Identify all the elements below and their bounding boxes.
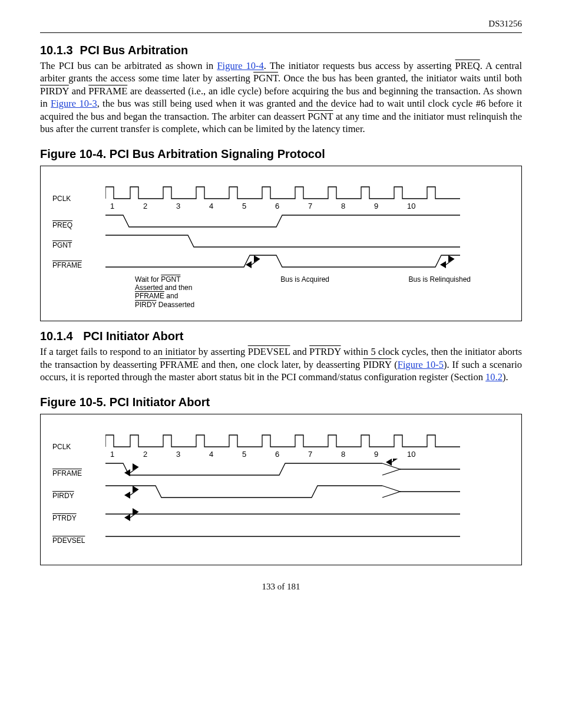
section-heading-arbitration: 10.1.3 PCI Bus Arbitration	[40, 44, 522, 57]
signal-label-pframe-2: PFRAME	[52, 469, 82, 477]
section1-paragraph: The PCI bus can be arbitrated as shown i…	[40, 60, 522, 136]
svg-marker-3	[440, 261, 446, 268]
annot-bus-acquired: Bus is Acquired	[200, 275, 335, 309]
signal-pgnt: PGNT	[253, 73, 278, 84]
link-section-10-2[interactable]: 10.2	[485, 371, 503, 383]
pframe-waveform-2	[105, 459, 471, 481]
pdevsel-waveform	[105, 526, 471, 543]
pclk-waveform	[105, 184, 471, 202]
link-figure-10-3[interactable]: Figure 10-3	[51, 98, 97, 109]
ptrdy-waveform	[105, 503, 471, 526]
figure-10-4-diagram: PCLK 1 2 3 4 5 6 7 8 9 10	[40, 166, 522, 322]
clock-tick-labels: 1 2 3 4 5 6 7 8 9 10	[105, 202, 510, 210]
signal-ptrdy: PTRDY	[309, 346, 340, 357]
section-number: 10.1.3	[40, 44, 77, 57]
pframe-waveform	[105, 251, 471, 273]
signal-pframe: PFRAME	[88, 85, 127, 97]
signal-label-pdevsel-2: PDEVSEL	[52, 536, 85, 545]
signal-label-pframe: PFRAME	[52, 261, 82, 269]
page-header: DS31256	[40, 19, 522, 33]
link-figure-10-4[interactable]: Figure 10-4	[217, 60, 263, 71]
signal-label-pclk-2: PCLK	[52, 432, 105, 451]
signal-label-pclk: PCLK	[52, 184, 105, 203]
section-title: PCI Initiator Abort	[83, 330, 183, 342]
svg-marker-7	[124, 469, 130, 476]
signal-label-preq: PREQ	[52, 221, 72, 229]
signal-pidry: PIDRY	[363, 359, 391, 370]
pclk-waveform-2	[105, 432, 471, 450]
section-heading-initiator-abort: 10.1.4 PCI Initiator Abort	[40, 330, 522, 343]
figure-10-4-caption: Figure 10-4. PCI Bus Arbitration Signali…	[40, 147, 522, 161]
figure-10-5-diagram: PCLK 1 2 3 4 5 6 7 8 9 10	[40, 414, 522, 565]
signal-pdevsel: PDEVSEL	[248, 346, 290, 357]
preq-waveform	[105, 210, 471, 230]
clock-tick-labels-2: 1 2 3 4 5 6 7 8 9 10	[105, 450, 510, 459]
signal-pgnt-2: PGNT	[308, 111, 333, 122]
signal-label-ptrdy-2: PTRDY	[52, 514, 77, 522]
pirdy-waveform	[105, 481, 471, 503]
signal-preq: PREQ	[455, 60, 480, 71]
section-title: PCI Bus Arbitration	[80, 44, 189, 57]
signal-pframe-2: PFRAME	[160, 359, 199, 370]
svg-marker-18	[124, 514, 130, 521]
link-figure-10-5[interactable]: Figure 10-5	[398, 359, 444, 370]
signal-label-pirdy-2: PIRDY	[52, 492, 74, 500]
section-number: 10.1.4	[40, 330, 77, 343]
svg-marker-14	[124, 492, 130, 499]
page-footer: 133 of 181	[40, 582, 522, 592]
signal-pirdy: PIRDY	[40, 85, 69, 97]
section2-paragraph: If a target fails to respond to an initi…	[40, 345, 522, 383]
doc-id: DS31256	[488, 19, 522, 29]
figure-10-5-caption: Figure 10-5. PCI Initiator Abort	[40, 396, 522, 409]
signal-label-pgnt: PGNT	[52, 241, 72, 249]
pgnt-waveform	[105, 230, 471, 251]
annot-bus-relinquished: Bus is Relinquished	[335, 275, 471, 309]
figure1-annotations: Wait for PGNT Asserted and then PFRAME a…	[52, 275, 510, 309]
